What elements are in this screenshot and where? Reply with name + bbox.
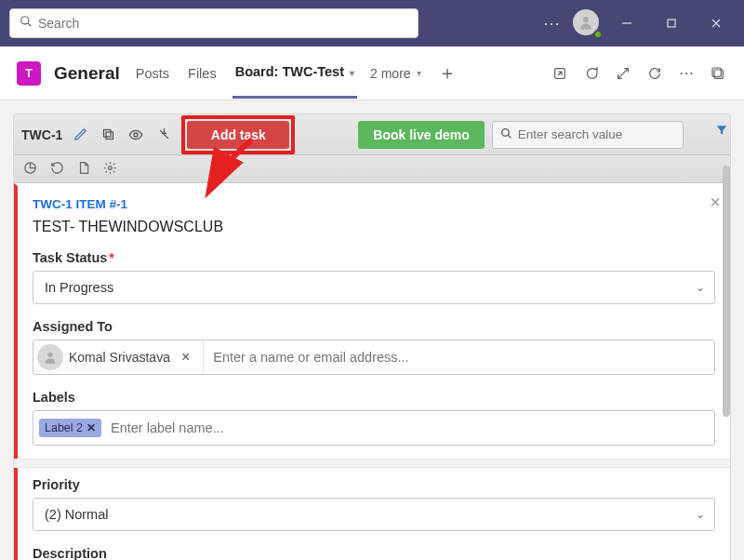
svg-rect-10 [106,132,113,140]
task-form-panel: × TWC-1 ITEM #-1 TEST- THEWINDOWSCLUB Ta… [14,183,730,560]
assignee-chip: Komal Srivastava × [33,340,204,374]
svg-point-17 [47,353,52,357]
search-icon [20,15,33,32]
close-button[interactable] [698,5,735,42]
svg-point-2 [583,17,589,22]
divider [14,459,730,468]
global-search[interactable] [9,8,418,38]
labels-input-row[interactable]: Label 2 ✕ [33,410,715,446]
assigned-input-row[interactable]: Komal Srivastava × [33,340,715,375]
labels-field: Labels Label 2 ✕ [33,390,715,446]
chart-icon[interactable] [23,161,37,178]
edit-icon[interactable] [70,125,90,145]
chevron-down-icon: ⌄ [696,508,705,521]
priority-field: Priority (2) Normal ⌄ [33,477,715,531]
task-item-id[interactable]: TWC-1 ITEM #-1 [33,197,715,211]
export-icon[interactable] [77,161,90,178]
chat-icon[interactable] [582,64,601,83]
description-label: Description [33,546,715,560]
svg-line-1 [28,23,32,27]
user-avatar[interactable] [573,9,601,37]
history-icon[interactable] [50,161,64,178]
tab-board[interactable]: Board: TWC-Test ▾ [232,47,357,99]
maximize-button[interactable] [653,5,690,42]
close-icon[interactable]: × [710,192,721,213]
global-search-input[interactable] [38,16,408,31]
assigned-input[interactable] [204,350,714,365]
board-search[interactable] [492,121,684,149]
svg-point-16 [109,166,113,169]
channel-name: General [54,63,120,84]
settings-icon[interactable] [103,161,117,178]
watch-icon[interactable] [126,125,146,145]
label-chip: Label 2 ✕ [39,419,101,437]
board-frame: TWC-1 Add task Book live demo [13,113,731,560]
popout-icon[interactable] [709,64,727,83]
pin-icon[interactable] [153,125,174,145]
description-field: Description Format▾ A ▾ ▾ B I U [33,546,715,560]
chevron-down-icon: ▾ [417,68,421,78]
board-toolbar: TWC-1 Add task Book live demo [14,114,730,155]
svg-line-14 [508,135,511,138]
tab-posts[interactable]: Posts [133,49,172,98]
tab-files[interactable]: Files [185,49,219,98]
scrollbar-thumb[interactable] [723,166,730,417]
copy-icon[interactable] [98,125,118,145]
status-field: Task Status* In Progress ⌄ [33,250,715,304]
minimize-button[interactable] [608,5,645,42]
channel-header: T General Posts Files Board: TWC-Test ▾ … [0,47,744,100]
status-value: In Progress [45,280,113,295]
project-label: TWC-1 [21,127,62,142]
board-search-input[interactable] [518,127,675,141]
priority-label: Priority [33,477,715,492]
task-title[interactable]: TEST- THEWINDOWSCLUB [33,219,715,235]
scrollbar-track[interactable] [723,114,730,560]
label-chip-text: Label 2 [45,421,83,434]
app-open-icon[interactable] [551,64,569,83]
avatar-icon [37,344,63,370]
presence-available-icon [593,30,603,39]
more-icon[interactable]: ⋯ [677,64,696,83]
tab-board-label: Board: TWC-Test [235,64,344,79]
svg-point-0 [21,17,29,24]
book-demo-button[interactable]: Book live demo [358,121,484,149]
add-task-button[interactable]: Add task [187,121,289,149]
priority-value: (2) Normal [45,507,108,522]
search-icon [500,127,512,143]
assigned-field: Assigned To Komal Srivastava × [33,319,715,375]
add-task-highlight: Add task [181,115,295,154]
svg-point-13 [501,128,509,136]
title-bar: ⋯ [0,0,744,47]
more-icon[interactable]: ⋯ [539,13,565,33]
status-select[interactable]: In Progress ⌄ [33,271,715,304]
board-subtoolbar [14,155,730,183]
chevron-down-icon: ▾ [350,68,354,78]
remove-label-icon[interactable]: ✕ [86,421,96,434]
expand-icon[interactable] [614,64,632,83]
svg-rect-4 [668,20,675,27]
remove-assignee-icon[interactable]: × [176,349,195,366]
more-tabs[interactable]: 2 more ▾ [370,66,421,81]
more-tabs-label: 2 more [370,66,411,81]
labels-label: Labels [33,390,715,405]
labels-input[interactable] [107,420,709,435]
add-tab-button[interactable]: ＋ [434,60,460,86]
assigned-label: Assigned To [33,319,715,334]
refresh-icon[interactable] [645,64,664,83]
status-label: Task Status* [33,250,715,265]
required-star-icon: * [109,250,114,265]
svg-point-12 [134,133,138,137]
board-area: TWC-1 Add task Book live demo [0,100,744,560]
svg-rect-11 [103,130,111,138]
priority-select[interactable]: (2) Normal ⌄ [33,498,715,531]
chevron-down-icon: ⌄ [696,281,705,294]
assignee-name: Komal Srivastava [69,350,170,365]
team-tile[interactable]: T [17,61,41,86]
